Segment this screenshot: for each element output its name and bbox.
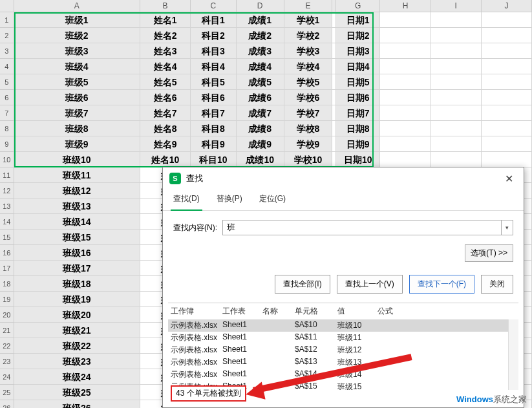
- column-header[interactable]: D: [237, 0, 284, 12]
- column-header[interactable]: E: [284, 0, 332, 12]
- column-header[interactable]: C: [191, 0, 236, 12]
- cell[interactable]: [482, 136, 532, 152]
- cell[interactable]: [482, 59, 532, 74]
- cell[interactable]: 成绩6: [237, 90, 284, 105]
- column-header[interactable]: B: [140, 0, 191, 12]
- cell[interactable]: 学校6: [284, 90, 332, 105]
- cell[interactable]: [431, 105, 482, 121]
- cell[interactable]: [431, 74, 482, 90]
- row-header[interactable]: 2: [0, 28, 14, 43]
- cell[interactable]: 班级21: [14, 323, 140, 338]
- row-header[interactable]: 21: [0, 323, 14, 338]
- col-cell[interactable]: 单元格: [295, 306, 337, 317]
- row-header[interactable]: 3: [0, 43, 14, 59]
- cell[interactable]: 成绩2: [237, 28, 284, 43]
- cell[interactable]: 学校5: [284, 74, 332, 90]
- column-header[interactable]: H: [380, 0, 431, 12]
- row-header[interactable]: 14: [0, 214, 14, 230]
- cell[interactable]: 科目7: [191, 105, 236, 121]
- cell[interactable]: 学校1: [284, 12, 332, 28]
- cell[interactable]: 日期9: [336, 136, 380, 152]
- result-row[interactable]: 示例表格.xlsxSheet1$A$11班级11: [168, 332, 518, 344]
- tab-replace[interactable]: 替换(P): [214, 189, 245, 210]
- row-header[interactable]: 9: [0, 136, 14, 152]
- cell[interactable]: 班级22: [14, 338, 140, 354]
- column-header[interactable]: J: [482, 0, 532, 12]
- row-header[interactable]: 18: [0, 276, 14, 292]
- cell[interactable]: [431, 90, 482, 105]
- cell[interactable]: [482, 152, 532, 167]
- find-prev-button[interactable]: 查找上一个(V): [337, 275, 403, 294]
- cell[interactable]: 姓名8: [140, 121, 191, 136]
- result-row[interactable]: 示例表格.xlsxSheet1$A$13班级13: [168, 356, 518, 369]
- cell[interactable]: [482, 105, 532, 121]
- result-row[interactable]: 示例表格.xlsxSheet1$A$12班级12: [168, 344, 518, 356]
- cell[interactable]: 科目3: [191, 43, 236, 59]
- cell[interactable]: 班级26: [14, 400, 140, 408]
- cell[interactable]: 日期6: [336, 90, 380, 105]
- cell[interactable]: 科目8: [191, 121, 236, 136]
- cell[interactable]: 成绩1: [237, 12, 284, 28]
- cell[interactable]: [380, 105, 431, 121]
- cell[interactable]: 班级16: [14, 245, 140, 261]
- column-header[interactable]: G: [336, 0, 380, 12]
- row-header[interactable]: 6: [0, 90, 14, 105]
- tab-find[interactable]: 查找(D): [171, 189, 202, 211]
- cell[interactable]: 学校7: [284, 105, 332, 121]
- cell[interactable]: [431, 12, 482, 28]
- cell[interactable]: [431, 43, 482, 59]
- cell[interactable]: [482, 90, 532, 105]
- dropdown-icon[interactable]: ▾: [502, 220, 513, 235]
- row-header[interactable]: 23: [0, 354, 14, 369]
- row-header[interactable]: 7: [0, 105, 14, 121]
- cell[interactable]: 科目6: [191, 90, 236, 105]
- cell[interactable]: 成绩9: [237, 136, 284, 152]
- cell[interactable]: 班级17: [14, 261, 140, 276]
- cell[interactable]: 日期4: [336, 59, 380, 74]
- cell[interactable]: [431, 28, 482, 43]
- row-header[interactable]: 5: [0, 74, 14, 90]
- cell[interactable]: [431, 121, 482, 136]
- close-button[interactable]: 关闭: [481, 275, 513, 294]
- row-header[interactable]: 20: [0, 307, 14, 323]
- column-header[interactable]: I: [431, 0, 482, 12]
- cell[interactable]: 学校9: [284, 136, 332, 152]
- cell[interactable]: 班级1: [14, 12, 140, 28]
- cell[interactable]: 班级23: [14, 354, 140, 369]
- cell[interactable]: 班级25: [14, 385, 140, 400]
- row-header[interactable]: 25: [0, 385, 14, 400]
- cell[interactable]: [431, 59, 482, 74]
- row-header[interactable]: 24: [0, 369, 14, 385]
- cell[interactable]: 班级6: [14, 90, 140, 105]
- cell[interactable]: 日期7: [336, 105, 380, 121]
- cell[interactable]: 学校3: [284, 43, 332, 59]
- cell[interactable]: [380, 59, 431, 74]
- cell[interactable]: [482, 28, 532, 43]
- search-input[interactable]: [222, 220, 502, 235]
- cell[interactable]: 姓名7: [140, 105, 191, 121]
- cell[interactable]: 科目9: [191, 136, 236, 152]
- options-button[interactable]: 选项(T) >>: [465, 244, 513, 262]
- select-all-cell[interactable]: [0, 0, 14, 12]
- cell[interactable]: [482, 12, 532, 28]
- cell[interactable]: [431, 136, 482, 152]
- row-header[interactable]: 12: [0, 183, 14, 199]
- find-all-button[interactable]: 查找全部(I): [275, 275, 330, 294]
- cell[interactable]: [380, 74, 431, 90]
- cell[interactable]: 成绩4: [237, 59, 284, 74]
- cell[interactable]: 班级3: [14, 43, 140, 59]
- cell[interactable]: 班级10: [14, 152, 140, 167]
- cell[interactable]: 成绩10: [237, 152, 284, 167]
- cell[interactable]: 班级24: [14, 369, 140, 385]
- cell[interactable]: [482, 121, 532, 136]
- cell[interactable]: 班级12: [14, 183, 140, 199]
- cell[interactable]: 科目4: [191, 59, 236, 74]
- row-header[interactable]: 16: [0, 245, 14, 261]
- cell[interactable]: 班级14: [14, 214, 140, 230]
- cell[interactable]: 班级8: [14, 121, 140, 136]
- col-name[interactable]: 名称: [262, 306, 295, 317]
- cell[interactable]: 学校10: [284, 152, 332, 167]
- cell[interactable]: 姓名4: [140, 59, 191, 74]
- cell[interactable]: 日期10: [336, 152, 380, 167]
- cell[interactable]: 班级9: [14, 136, 140, 152]
